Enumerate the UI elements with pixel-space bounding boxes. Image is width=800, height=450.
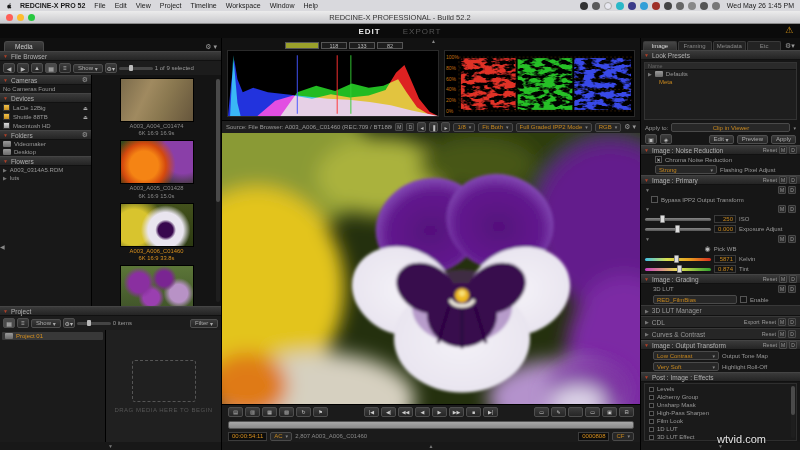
rewind-button[interactable]: ◀◀ xyxy=(398,407,413,417)
reset-button[interactable]: Reset xyxy=(762,319,776,325)
clip-thumbnail-image[interactable] xyxy=(120,203,194,247)
new-preset-folder-button[interactable]: ▣ xyxy=(645,134,657,144)
project-drop-zone[interactable]: DRAG MEDIA HERE TO BEGIN xyxy=(106,330,221,442)
curves-row[interactable]: ▶ Curves & Contrast Reset M D xyxy=(641,328,800,340)
effect-checkbox[interactable] xyxy=(649,435,654,440)
transport-collapse-arrow[interactable]: ▲ xyxy=(222,442,640,450)
dual-monitor-icon[interactable]: ▣ xyxy=(602,407,617,417)
play-button[interactable]: ▶ xyxy=(432,407,447,417)
d-button[interactable]: D xyxy=(789,341,797,349)
timeline-scrubber[interactable] xyxy=(228,421,634,429)
tab-image[interactable]: Image xyxy=(643,41,677,50)
menu-timeline[interactable]: Timeline xyxy=(191,2,217,9)
expand-arrow-icon[interactable]: ▼ xyxy=(645,187,650,193)
reset-button[interactable]: Reset xyxy=(763,177,777,183)
iso-slider[interactable] xyxy=(645,218,711,221)
d-button[interactable]: D xyxy=(789,176,797,184)
lut-manager-row[interactable]: ▶ 3D LUT Manager xyxy=(641,305,800,316)
reset-button[interactable]: Reset xyxy=(763,342,777,348)
back-arrow-button[interactable]: ◀ xyxy=(3,63,15,73)
menubar-status-icon[interactable] xyxy=(676,2,684,10)
pick-wb-label[interactable]: Pick WB xyxy=(714,246,737,252)
tone-map-dropdown[interactable]: Low Contrast▾ xyxy=(653,351,719,360)
frame-counter[interactable]: 0000808 xyxy=(578,432,609,441)
thumbnail-scrollbar[interactable] xyxy=(216,79,220,302)
stop-button[interactable]: ■ xyxy=(466,407,481,417)
menu-project[interactable]: Project xyxy=(160,2,182,9)
project-grid-view-button[interactable]: ▦ xyxy=(3,318,15,328)
forward-arrow-button[interactable]: ▶ xyxy=(17,63,29,73)
expand-arrow-icon[interactable]: ▶ xyxy=(3,167,7,173)
tint-value[interactable]: 0.874 xyxy=(714,265,736,273)
fast-forward-button[interactable]: ▶▶ xyxy=(449,407,464,417)
d-button[interactable]: D xyxy=(788,318,796,326)
expand-arrow-icon[interactable]: ▶ xyxy=(3,175,7,181)
effect-item[interactable]: Levels xyxy=(645,385,796,393)
flowers-header[interactable]: ▼ Flowers xyxy=(0,156,91,166)
menubar-clock[interactable]: Wed May 26 1:45 PM xyxy=(727,2,794,9)
broadcast-monitor-icon[interactable]: ⊟ xyxy=(619,407,634,417)
project-header[interactable]: ▼ Project xyxy=(0,306,221,316)
browser-gear-button[interactable]: ⚙▾ xyxy=(105,63,117,73)
project-thumb-size-slider[interactable] xyxy=(77,322,111,325)
inspector-gear-icon[interactable]: ⚙▾ xyxy=(782,42,798,50)
next-clip-button[interactable]: ▸ xyxy=(441,122,450,132)
pause-mini-button[interactable]: ❚ xyxy=(429,122,438,132)
menubar-status-icon[interactable] xyxy=(640,2,648,10)
cue-marker-icon[interactable]: ▥ xyxy=(245,407,260,417)
tab-edit[interactable]: EDIT xyxy=(359,27,381,36)
rolloff-dropdown[interactable]: Very Soft▾ xyxy=(653,362,719,371)
play-reverse-button[interactable]: ◀ xyxy=(415,407,430,417)
pencil-icon[interactable]: ✎ xyxy=(551,407,566,417)
preset-item-row[interactable]: Meta xyxy=(645,78,796,86)
up-folder-button[interactable]: ▲ xyxy=(31,63,43,73)
menubar-status-icon[interactable] xyxy=(664,2,672,10)
folders-header[interactable]: ▼ Folders ⚙ xyxy=(0,130,91,140)
clip-thumbnail[interactable]: A003_A005_C014286K 16:9 15.0s xyxy=(118,140,196,199)
d-button[interactable]: D xyxy=(789,275,797,283)
project-collapse-arrow[interactable]: ▼ xyxy=(0,442,221,450)
preview-preset-button[interactable]: Preview xyxy=(737,135,768,144)
project-list-view-button[interactable]: ≡ xyxy=(17,318,29,328)
clip-thumbnail-image[interactable] xyxy=(120,140,194,184)
menubar-status-icon[interactable] xyxy=(580,2,588,10)
effect-item[interactable]: 1D LUT xyxy=(645,425,796,433)
flag-icon[interactable]: ⚑ xyxy=(313,407,328,417)
menubar-status-icon[interactable] xyxy=(652,2,660,10)
apply-preset-button[interactable]: Apply xyxy=(771,135,796,144)
project-show-dropdown[interactable]: Show ▾ xyxy=(31,319,61,328)
clip-thumbnail[interactable]: A003_A007_C015096K 16:9 22.7s xyxy=(118,265,196,306)
d-button[interactable]: D xyxy=(788,330,796,338)
tab-metadata[interactable]: Metadata xyxy=(713,41,747,50)
m-button[interactable]: M xyxy=(779,176,787,184)
iso-value[interactable]: 250 xyxy=(714,215,736,223)
luts-item[interactable]: ▶ luts xyxy=(0,174,91,182)
slate-icon[interactable]: ▤ xyxy=(228,407,243,417)
folder-item[interactable]: Desktop xyxy=(0,148,91,156)
m-button[interactable]: M xyxy=(778,285,786,293)
effect-item[interactable]: Unsharp Mask xyxy=(645,401,796,409)
project-tree-item[interactable]: Project 01 xyxy=(2,332,103,340)
effect-checkbox[interactable] xyxy=(649,387,654,392)
devices-header[interactable]: ▼ Devices xyxy=(0,93,91,103)
menubar-status-icon[interactable] xyxy=(688,2,696,10)
prev-clip-button[interactable]: ◂ xyxy=(417,122,426,132)
tab-export[interactable]: EXPORT xyxy=(403,27,442,36)
device-item[interactable]: LaCie 12Big ⏏ xyxy=(0,103,91,112)
device-item[interactable]: Shuttle 88TB ⏏ xyxy=(0,112,91,121)
folder-item[interactable]: Videomaker xyxy=(0,140,91,148)
format-dropdown[interactable]: CF▾ xyxy=(612,432,634,441)
menubar-status-icon[interactable] xyxy=(604,2,612,10)
edit-preset-button[interactable]: Edit ▾ xyxy=(709,135,734,144)
menu-workspace[interactable]: Workspace xyxy=(226,2,261,9)
clip-thumbnail-image[interactable] xyxy=(120,265,194,306)
reset-button[interactable]: Reset xyxy=(763,147,777,153)
d-button[interactable]: D xyxy=(788,186,796,194)
menubar-status-icon[interactable] xyxy=(592,2,600,10)
collapse-left-panel-arrow[interactable]: ◀ xyxy=(0,243,5,250)
primary-header[interactable]: ▼Image : Primary Reset M D xyxy=(641,175,800,185)
folders-gear-icon[interactable]: ⚙ xyxy=(82,131,88,139)
grid-view-button[interactable]: ▦ xyxy=(45,63,57,73)
project-gear-button[interactable]: ⚙▾ xyxy=(63,318,75,328)
effects-scrollbar[interactable] xyxy=(791,386,795,438)
